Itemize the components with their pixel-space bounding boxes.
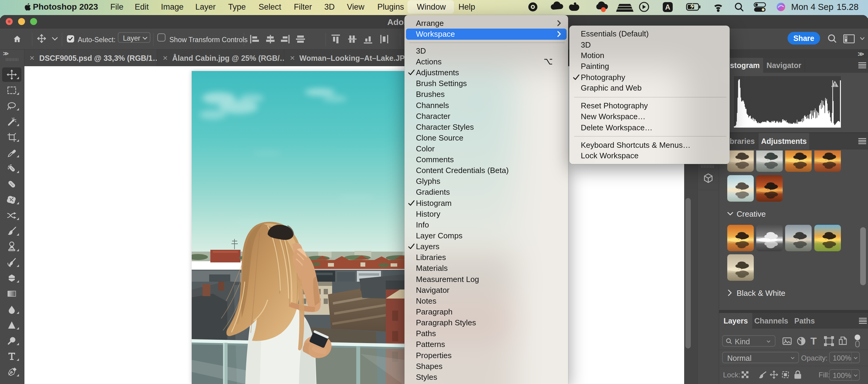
svg-text:A: A — [665, 3, 670, 11]
